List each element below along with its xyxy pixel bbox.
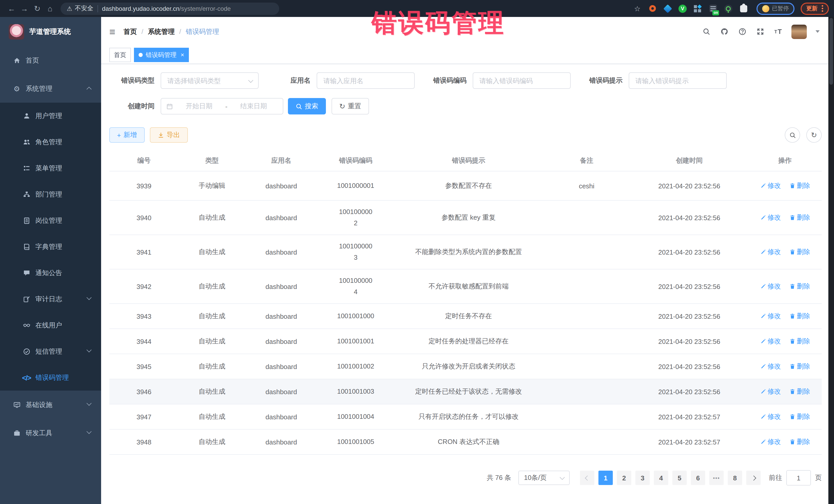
edit-button[interactable]: 修改 bbox=[760, 362, 781, 371]
sidebar-item-notice[interactable]: 通知公告 bbox=[0, 260, 101, 286]
delete-button[interactable]: 删除 bbox=[789, 362, 810, 371]
end-date-placeholder[interactable]: 结束日期 bbox=[229, 102, 278, 111]
sidebar-item-online-users[interactable]: 在线用户 bbox=[0, 312, 101, 338]
edit-button[interactable]: 修改 bbox=[760, 437, 781, 446]
scrollbar-thumb[interactable] bbox=[829, 18, 833, 85]
help-icon[interactable] bbox=[738, 27, 747, 36]
page-button[interactable]: 2 bbox=[617, 470, 631, 485]
pager-prev-button[interactable] bbox=[580, 470, 594, 485]
breadcrumb-system[interactable]: 系统管理 bbox=[148, 27, 175, 36]
sidebar-item-error-code-mgmt[interactable]: </>错误码管理 bbox=[0, 365, 101, 391]
pager-more-button[interactable]: ••• bbox=[709, 470, 724, 485]
profile-paused-badge[interactable]: 已暂停 bbox=[756, 2, 794, 15]
browser-back-icon[interactable]: ← bbox=[5, 2, 18, 15]
delete-button[interactable]: 删除 bbox=[789, 247, 810, 257]
github-icon[interactable] bbox=[720, 27, 729, 36]
pager-next-button[interactable] bbox=[746, 470, 761, 485]
error-code-field[interactable] bbox=[473, 72, 571, 89]
start-date-placeholder[interactable]: 开始日期 bbox=[175, 102, 223, 111]
browser-forward-icon[interactable]: → bbox=[18, 2, 31, 15]
delete-button[interactable]: 删除 bbox=[789, 181, 810, 191]
adblock-extension-icon[interactable] bbox=[648, 4, 657, 13]
tab-active[interactable]: 错误码管理× bbox=[134, 48, 189, 62]
action-label: 修改 bbox=[768, 387, 781, 396]
sidebar-item-post-mgmt[interactable]: 岗位管理 bbox=[0, 207, 101, 234]
edit-button[interactable]: 修改 bbox=[760, 311, 781, 321]
hamburger-icon[interactable]: ≡ bbox=[109, 26, 115, 37]
vue-devtools-extension-icon[interactable]: V bbox=[679, 4, 687, 13]
pagination: 共 76 条 10条/页 123456•••8 前往 页 bbox=[109, 470, 822, 496]
app-name-input[interactable] bbox=[317, 72, 415, 89]
sidebar-item-sms-mgmt[interactable]: 短信管理 bbox=[0, 338, 101, 365]
sidebar-item-system-mgmt[interactable]: ⚙系统管理 bbox=[0, 74, 101, 103]
delete-button[interactable]: 删除 bbox=[789, 282, 810, 291]
jump-page-input[interactable] bbox=[786, 470, 811, 485]
browser-reload-icon[interactable]: ↻ bbox=[31, 2, 44, 15]
page-button[interactable]: 4 bbox=[654, 470, 668, 485]
page-button[interactable]: 8 bbox=[728, 470, 742, 485]
page-size-select[interactable]: 10条/页 bbox=[518, 470, 570, 485]
error-code-input[interactable] bbox=[473, 72, 571, 89]
export-button[interactable]: 导出 bbox=[150, 127, 188, 143]
sidebar-item-dept-mgmt[interactable]: 部门管理 bbox=[0, 181, 101, 207]
edit-button[interactable]: 修改 bbox=[760, 337, 781, 346]
window-scrollbar[interactable] bbox=[828, 17, 834, 504]
delete-button[interactable]: 删除 bbox=[789, 337, 810, 346]
sidebar-item-home[interactable]: 首页 bbox=[0, 46, 101, 74]
font-size-icon[interactable]: TT bbox=[773, 27, 783, 36]
reset-button[interactable]: ↻ 重置 bbox=[332, 98, 369, 114]
sidebar-item-dev-tools[interactable]: 研发工具 bbox=[0, 419, 101, 447]
add-button[interactable]: + 新增 bbox=[109, 127, 145, 143]
sidebar-item-dict-mgmt[interactable]: 字典管理 bbox=[0, 234, 101, 260]
browser-update-button[interactable]: 更新 bbox=[800, 2, 829, 15]
page-button[interactable]: 6 bbox=[691, 470, 705, 485]
sidebar-item-menu-mgmt[interactable]: 菜单管理 bbox=[0, 155, 101, 181]
sidebar-item-audit-log[interactable]: 审计日志 bbox=[0, 286, 101, 312]
grid-extension-icon[interactable] bbox=[693, 4, 702, 13]
sidebar-item-role-mgmt[interactable]: 角色管理 bbox=[0, 129, 101, 155]
error-msg-field[interactable] bbox=[629, 72, 727, 89]
sidebar-item-user-mgmt[interactable]: 用户管理 bbox=[0, 103, 101, 129]
error-type-input[interactable] bbox=[161, 72, 259, 89]
search-button[interactable]: 搜索 bbox=[288, 98, 326, 114]
search-icon[interactable] bbox=[702, 27, 711, 36]
error-type-select[interactable] bbox=[161, 72, 259, 89]
page-button[interactable]: 5 bbox=[672, 470, 687, 485]
edit-button[interactable]: 修改 bbox=[760, 247, 781, 257]
date-range-picker[interactable]: 开始日期 - 结束日期 bbox=[161, 98, 283, 114]
browser-menu-icon[interactable] bbox=[822, 5, 823, 12]
delete-button[interactable]: 删除 bbox=[789, 311, 810, 321]
cell-id: 3945 bbox=[109, 363, 179, 370]
page-button[interactable]: 3 bbox=[635, 470, 650, 485]
fullscreen-icon[interactable] bbox=[755, 27, 765, 36]
chevron-down-icon[interactable] bbox=[815, 30, 820, 33]
page-button[interactable]: 1 bbox=[598, 470, 613, 485]
sidebar-item-infrastructure[interactable]: 基础设施 bbox=[0, 391, 101, 419]
breadcrumb-home[interactable]: 首页 bbox=[124, 27, 137, 36]
bookmark-star-icon[interactable]: ☆ bbox=[634, 4, 640, 13]
edit-button[interactable]: 修改 bbox=[760, 213, 781, 222]
extensions-puzzle-icon[interactable] bbox=[739, 4, 748, 13]
browser-home-icon[interactable]: ⌂ bbox=[44, 2, 57, 15]
edit-button[interactable]: 修改 bbox=[760, 387, 781, 396]
gem-extension-icon[interactable] bbox=[663, 4, 672, 13]
delete-button[interactable]: 删除 bbox=[789, 437, 810, 446]
close-icon[interactable]: × bbox=[181, 52, 184, 58]
sidebar-logo[interactable]: 芋道管理系统 bbox=[0, 17, 101, 46]
address-bar[interactable]: ⚠ 不安全 dashboard.yudao.iocoder.cn/system/… bbox=[61, 2, 279, 15]
cell-code: 1001001004 bbox=[317, 411, 394, 422]
edit-button[interactable]: 修改 bbox=[760, 282, 781, 291]
delete-button[interactable]: 删除 bbox=[789, 412, 810, 421]
refresh-table-button[interactable]: ↻ bbox=[806, 127, 822, 143]
proxy-extension-icon[interactable]: on bbox=[708, 4, 718, 13]
user-avatar[interactable] bbox=[791, 24, 807, 39]
key-extension-icon[interactable] bbox=[724, 4, 733, 13]
edit-button[interactable]: 修改 bbox=[760, 181, 781, 191]
tab-item[interactable]: 首页 bbox=[109, 48, 131, 62]
app-name-field[interactable] bbox=[317, 72, 415, 89]
edit-button[interactable]: 修改 bbox=[760, 412, 781, 421]
delete-button[interactable]: 删除 bbox=[789, 213, 810, 222]
delete-button[interactable]: 删除 bbox=[789, 387, 810, 396]
error-msg-input[interactable] bbox=[629, 72, 727, 89]
show-search-button[interactable] bbox=[785, 127, 800, 143]
